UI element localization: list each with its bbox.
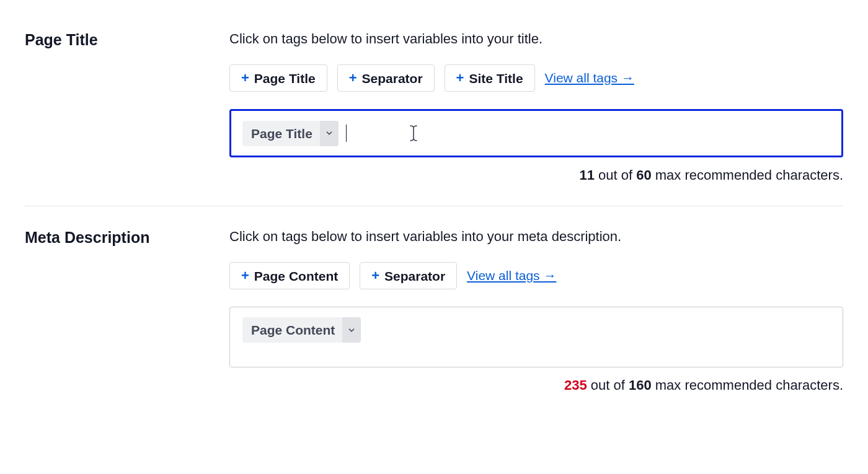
page-title-content-col: Click on tags below to insert variables … [229, 31, 843, 183]
meta-description-counter: 235 out of 160 max recommended character… [229, 377, 843, 393]
counter-count: 235 [564, 377, 587, 393]
token-label: Page Content [242, 317, 342, 343]
tag-button-label: Page Content [254, 270, 338, 283]
meta-description-content-col: Click on tags below to insert variables … [229, 229, 843, 393]
page-title-heading: Page Title [25, 31, 217, 49]
meta-description-section: Meta Description Click on tags below to … [25, 206, 843, 416]
meta-description-heading: Meta Description [25, 229, 217, 247]
tag-button-label: Page Title [254, 72, 316, 85]
tag-button-site-title[interactable]: + Site Title [445, 64, 535, 92]
meta-description-instruction: Click on tags below to insert variables … [229, 229, 843, 245]
counter-out-of: out of [587, 377, 629, 393]
view-all-tags-link[interactable]: View all tags → [467, 268, 556, 283]
tag-button-page-title[interactable]: + Page Title [229, 64, 327, 92]
page-title-input[interactable]: Page Title [229, 109, 843, 157]
text-caret [346, 125, 347, 142]
plus-icon: + [349, 71, 357, 85]
counter-suffix: max recommended characters. [652, 377, 843, 393]
tag-button-page-content[interactable]: + Page Content [229, 262, 350, 289]
counter-max: 160 [629, 377, 652, 393]
plus-icon: + [456, 71, 464, 85]
token-page-title[interactable]: Page Title [242, 121, 339, 146]
plus-icon: + [241, 269, 249, 283]
view-all-tags-link[interactable]: View all tags → [545, 71, 634, 86]
counter-max: 60 [636, 167, 651, 183]
counter-suffix: max recommended characters. [652, 167, 843, 183]
meta-description-label-col: Meta Description [25, 229, 229, 393]
plus-icon: + [371, 269, 379, 283]
page-title-section: Page Title Click on tags below to insert… [25, 19, 843, 206]
counter-out-of: out of [595, 167, 636, 183]
token-label: Page Title [242, 121, 320, 146]
meta-description-tag-row: + Page Content + Separator View all tags… [229, 262, 843, 289]
chevron-down-icon[interactable] [320, 121, 339, 146]
page-title-label-col: Page Title [25, 31, 229, 183]
tag-button-separator[interactable]: + Separator [337, 64, 435, 92]
tag-button-label: Separator [362, 72, 423, 85]
tag-button-separator[interactable]: + Separator [360, 262, 457, 289]
tag-button-label: Site Title [469, 72, 523, 85]
meta-description-input[interactable]: Page Content [229, 307, 843, 367]
text-cursor-icon [407, 125, 420, 141]
token-page-content[interactable]: Page Content [242, 317, 361, 343]
page-title-tag-row: + Page Title + Separator + Site Title Vi… [229, 64, 843, 92]
page-title-instruction: Click on tags below to insert variables … [229, 31, 843, 47]
page-title-counter: 11 out of 60 max recommended characters. [229, 167, 843, 183]
plus-icon: + [241, 71, 249, 85]
counter-count: 11 [579, 167, 594, 183]
chevron-down-icon[interactable] [342, 317, 361, 343]
tag-button-label: Separator [384, 270, 445, 283]
